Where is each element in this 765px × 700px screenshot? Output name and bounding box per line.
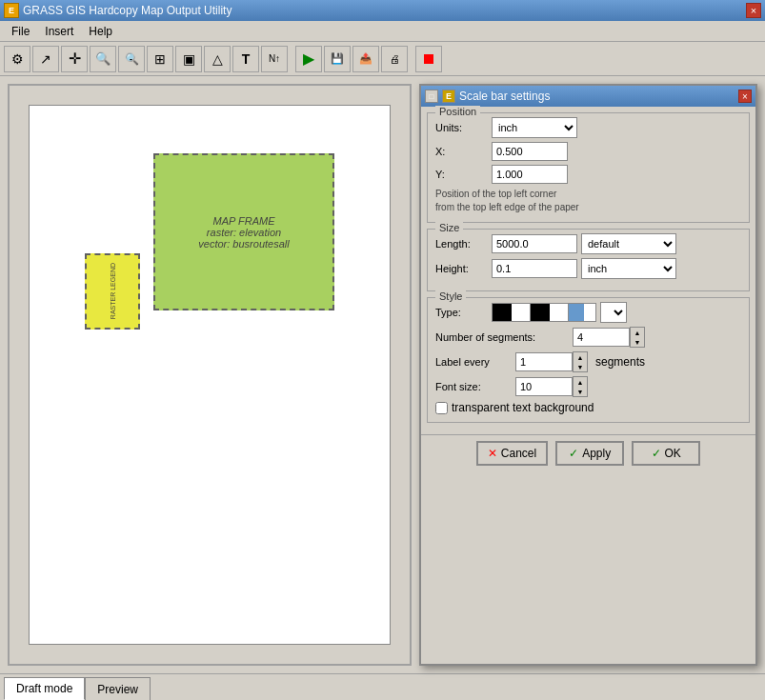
- ok-button[interactable]: ✓ OK: [632, 441, 700, 466]
- toolbar-separator-2: [410, 46, 413, 72]
- type-dropdown[interactable]: [600, 302, 627, 323]
- segments-up-btn[interactable]: ▲: [631, 328, 644, 337]
- font-size-spinner-btns: ▲ ▼: [573, 376, 588, 397]
- pan-btn[interactable]: ✛: [61, 46, 88, 72]
- north-btn[interactable]: N↑: [261, 46, 288, 72]
- x-input[interactable]: [492, 142, 568, 161]
- zoom-in-btn[interactable]: 🔍: [90, 46, 116, 72]
- map-frame: MAP FRAME raster: elevation vector: busr…: [153, 153, 334, 310]
- height-row: Height: inch cm mm: [435, 258, 741, 279]
- vector-btn[interactable]: △: [204, 46, 231, 72]
- menu-file[interactable]: File: [4, 23, 37, 40]
- segments-spinner: ▲ ▼: [573, 327, 645, 348]
- cancel-button[interactable]: ✕ Cancel: [476, 441, 548, 466]
- tab-draft-mode[interactable]: Draft mode: [4, 677, 85, 700]
- style-section: Style Type:: [427, 297, 750, 423]
- app-icon: E: [4, 3, 19, 18]
- height-input[interactable]: [492, 259, 577, 278]
- label-every-row: Label every ▲ ▼ segments: [435, 351, 741, 372]
- scalebar-type-preview: [492, 303, 596, 322]
- segments-input[interactable]: [573, 328, 630, 347]
- segments-row: Number of segments: ▲ ▼: [435, 327, 741, 348]
- canvas-area: MAP FRAME raster: elevation vector: busr…: [8, 84, 412, 666]
- text-btn[interactable]: T: [232, 46, 259, 72]
- y-input[interactable]: [492, 165, 568, 184]
- menu-help[interactable]: Help: [81, 23, 120, 40]
- height-unit-select[interactable]: inch cm mm: [581, 258, 676, 279]
- app-title: GRASS GIS Hardcopy Map Output Utility: [23, 4, 232, 17]
- label-every-up-btn[interactable]: ▲: [574, 352, 587, 362]
- transparent-bg-checkbox[interactable]: [435, 402, 448, 414]
- units-row: Units: inch cm mm: [435, 117, 741, 138]
- zoom-out-btn[interactable]: 🔍-: [118, 46, 145, 72]
- segments-spinner-btns: ▲ ▼: [630, 327, 645, 348]
- settings-btn[interactable]: ⚙: [4, 46, 30, 72]
- legend-frame: RASTER LEGEND: [85, 253, 140, 330]
- font-size-up-btn[interactable]: ▲: [574, 377, 587, 387]
- length-input[interactable]: [492, 234, 577, 253]
- scale-bar-dialog: □ E Scale bar settings × Position Units:…: [419, 84, 757, 666]
- toolbar: ⚙ ↗ ✛ 🔍 🔍- ⊞ ▣ △ T N↑ ▶ 💾 📤 🖨 ⏹: [0, 42, 765, 76]
- label-every-suffix: segments: [595, 355, 645, 369]
- type-label: Type:: [435, 307, 488, 318]
- paper: MAP FRAME raster: elevation vector: busr…: [29, 105, 391, 645]
- tab-preview[interactable]: Preview: [85, 677, 151, 700]
- font-size-label: Font size:: [435, 381, 512, 392]
- app-close-button[interactable]: ×: [746, 3, 761, 18]
- run-btn[interactable]: ▶: [295, 46, 322, 72]
- dialog-body: Position Units: inch cm mm X: Y:: [421, 107, 755, 434]
- dialog-icon-box: □: [425, 90, 438, 103]
- tab-bar: Draft mode Preview: [0, 673, 765, 700]
- size-section-label: Size: [435, 222, 463, 233]
- menu-bar: File Insert Help: [0, 21, 765, 42]
- dialog-close-button[interactable]: ×: [738, 90, 752, 103]
- units-select[interactable]: inch cm mm: [492, 117, 577, 138]
- label-every-down-btn[interactable]: ▼: [574, 362, 587, 371]
- font-size-input[interactable]: [515, 377, 573, 396]
- save-btn[interactable]: 💾: [324, 46, 351, 72]
- length-label: Length:: [435, 238, 488, 250]
- select-btn[interactable]: ↗: [32, 46, 59, 72]
- stop-btn[interactable]: ⏹: [415, 46, 442, 72]
- label-every-label: Label every: [435, 356, 512, 368]
- main-area: MAP FRAME raster: elevation vector: busr…: [0, 76, 765, 673]
- legend-label: RASTER LEGEND: [110, 263, 116, 319]
- segments-down-btn[interactable]: ▼: [631, 337, 644, 347]
- add-map-btn[interactable]: ▣: [175, 46, 202, 72]
- font-size-down-btn[interactable]: ▼: [574, 387, 587, 396]
- ok-icon: ✓: [652, 447, 661, 460]
- apply-icon: ✓: [569, 447, 578, 460]
- length-unit-select[interactable]: default km m ft mi: [581, 233, 676, 254]
- position-section: Position Units: inch cm mm X: Y:: [427, 112, 750, 223]
- segments-label: Number of segments:: [435, 331, 569, 343]
- zoom-extent-btn[interactable]: ⊞: [147, 46, 173, 72]
- dialog-buttons: ✕ Cancel ✓ Apply ✓ OK: [421, 434, 755, 471]
- position-hint: Position of the top left corner from the…: [435, 188, 741, 214]
- dialog-title-bar: □ E Scale bar settings ×: [421, 86, 755, 107]
- size-section: Size Length: default km m ft mi Height:: [427, 229, 750, 291]
- x-row: X:: [435, 142, 741, 161]
- print-btn[interactable]: 🖨: [381, 46, 408, 72]
- font-size-spinner: ▲ ▼: [515, 376, 588, 397]
- export-btn[interactable]: 📤: [352, 46, 379, 72]
- transparent-bg-label: transparent text background: [452, 401, 594, 414]
- label-every-spinner-btns: ▲ ▼: [573, 351, 588, 372]
- transparent-bg-row: transparent text background: [435, 401, 741, 414]
- label-every-input[interactable]: [515, 352, 573, 371]
- y-label: Y:: [435, 169, 488, 180]
- menu-insert[interactable]: Insert: [37, 23, 81, 40]
- x-label: X:: [435, 146, 488, 157]
- height-label: Height:: [435, 263, 488, 274]
- cancel-icon: ✕: [488, 447, 497, 460]
- dialog-title: Scale bar settings: [459, 90, 550, 103]
- position-section-label: Position: [435, 106, 480, 117]
- font-size-row: Font size: ▲ ▼: [435, 376, 741, 397]
- map-frame-title: MAP FRAME: [213, 215, 275, 227]
- apply-button[interactable]: ✓ Apply: [555, 441, 624, 466]
- type-row: Type:: [435, 302, 741, 323]
- label-every-spinner: ▲ ▼: [515, 351, 588, 372]
- map-frame-vector: vector: busroutesall: [198, 238, 289, 250]
- style-section-label: Style: [435, 290, 466, 302]
- toolbar-separator-1: [290, 46, 293, 72]
- map-frame-raster: raster: elevation: [207, 227, 281, 238]
